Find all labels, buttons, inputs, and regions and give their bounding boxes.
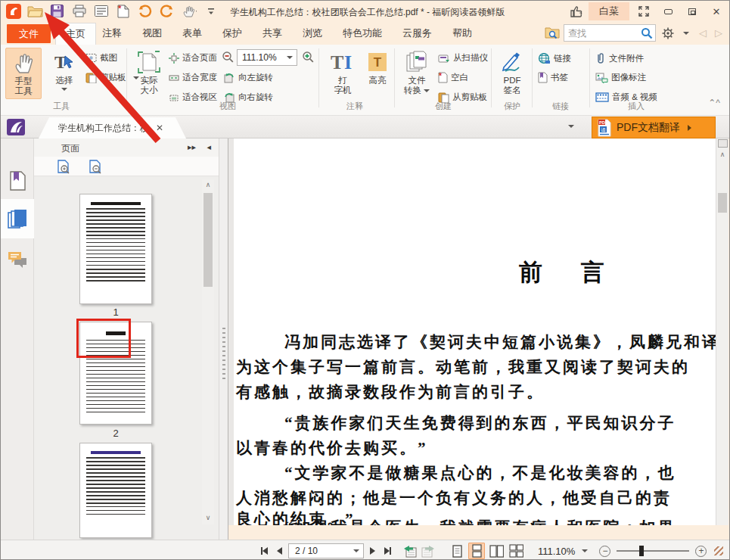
search-magnifier-icon[interactable]	[641, 27, 653, 39]
panel-collapse-icon[interactable]: ◂	[207, 142, 211, 152]
page-thumbnail-3[interactable]	[79, 443, 152, 538]
comments-panel-icon[interactable]	[8, 249, 27, 270]
share-like-icon[interactable]	[568, 4, 584, 20]
file-convert-caret[interactable]	[424, 89, 430, 92]
tab-help[interactable]: 帮助	[452, 26, 472, 40]
panel-expand-icon[interactable]: ▸▸	[188, 142, 196, 152]
thumb-scroll-down-icon[interactable]: ∨	[202, 512, 214, 523]
zoom-level-combo[interactable]: 111.10%	[237, 49, 297, 66]
foxit-logo-icon[interactable]	[5, 3, 21, 19]
split-view-handle[interactable]	[718, 139, 728, 148]
zoom-combo-caret[interactable]	[287, 56, 293, 59]
tab-browse[interactable]: 浏览	[303, 26, 322, 40]
restore-button[interactable]	[682, 3, 702, 20]
new-document-icon[interactable]: *	[115, 3, 131, 19]
tab-protect[interactable]: 保护	[222, 26, 242, 40]
image-annot-button[interactable]: 图像标注	[595, 72, 646, 83]
vertical-scrollbar[interactable]: ∧ ∨	[716, 138, 728, 525]
last-page-button[interactable]	[381, 547, 394, 555]
nav-forward-icon[interactable]: ▷	[713, 27, 725, 39]
hand-mode-icon[interactable]	[181, 3, 197, 19]
page-number-combo[interactable]: 2 / 10	[288, 543, 364, 558]
full-text-search-icon[interactable]	[544, 25, 560, 41]
minimize-button[interactable]	[658, 3, 678, 20]
close-button[interactable]: ✕	[707, 3, 726, 20]
highlight-button[interactable]: T 高亮	[359, 48, 396, 99]
thumb-zoom-in-icon[interactable]	[57, 160, 70, 174]
link-button[interactable]: 链接	[538, 52, 571, 64]
bookmark-button[interactable]: 书签	[538, 72, 568, 83]
search-settings-gear-icon[interactable]	[660, 25, 676, 41]
pages-panel-icon[interactable]	[8, 208, 27, 229]
thumbnail-scrollbar[interactable]: ∧ ∨	[202, 179, 214, 524]
tab-features[interactable]: 特色功能	[343, 26, 382, 40]
pdf-sign-button[interactable]: PDF 签名	[494, 48, 530, 99]
from-scanner-button[interactable]: 从扫描仪	[438, 52, 488, 64]
layout-continuous-icon[interactable]	[468, 543, 485, 559]
page-thumbnail-1[interactable]	[79, 194, 152, 304]
search-input[interactable]	[568, 25, 641, 41]
collapse-ribbon-icon[interactable]: ⌃︎^	[708, 98, 720, 108]
vertical-scroll-thumb[interactable]	[718, 193, 727, 213]
document-tab-close-icon[interactable]: ✕	[156, 123, 163, 133]
tab-form[interactable]: 表单	[182, 26, 202, 40]
select-tool-button[interactable]: T 选择	[46, 48, 82, 99]
redo-icon[interactable]	[159, 3, 175, 19]
assistant-icon[interactable]	[7, 119, 25, 135]
thumb-scroll-thumb[interactable]	[203, 193, 213, 287]
select-dropdown-caret[interactable]	[61, 88, 67, 91]
file-convert-button[interactable]: 文件 转换	[399, 48, 435, 99]
account-name[interactable]: 白菜	[589, 2, 629, 20]
zoom-in-button[interactable]	[302, 51, 315, 64]
file-menu-button[interactable]: 文件	[7, 24, 51, 43]
tab-home[interactable]: 主页	[55, 23, 96, 45]
blank-page-button[interactable]: * 空白	[438, 72, 468, 83]
undo-icon[interactable]	[137, 3, 153, 19]
scroll-up-icon[interactable]: ∧	[716, 149, 728, 160]
bookmarks-panel-icon[interactable]	[8, 170, 27, 191]
document-properties-icon[interactable]	[93, 3, 109, 19]
document-tab[interactable]: 学生机构工作总结：校... ✕	[39, 117, 186, 138]
panel-splitter[interactable]	[219, 138, 228, 540]
nav-back-icon[interactable]: ◁	[697, 27, 709, 39]
rotate-left-button[interactable]: 向左旋转	[223, 72, 273, 83]
print-icon[interactable]	[71, 3, 87, 19]
open-file-icon[interactable]	[27, 3, 43, 19]
first-page-button[interactable]	[258, 547, 271, 555]
tab-share[interactable]: 共享	[262, 26, 282, 40]
splitter-grip[interactable]	[222, 328, 225, 382]
fullscreen-icon[interactable]	[634, 3, 654, 20]
next-page-button[interactable]	[367, 544, 378, 558]
typewriter-button[interactable]: TI 打 字机	[325, 48, 361, 99]
fit-page-button[interactable]: 适合页面	[169, 52, 217, 64]
zoom-slider-handle[interactable]	[639, 546, 644, 556]
gear-dropdown-caret[interactable]	[683, 32, 689, 35]
zoom-in-plus-icon[interactable]: +	[695, 546, 707, 557]
zoom-slider-track[interactable]	[617, 550, 689, 552]
status-zoom-caret[interactable]	[582, 549, 588, 552]
tab-cloud[interactable]: 云服务	[402, 26, 432, 40]
layout-single-page-icon[interactable]	[449, 543, 465, 559]
prev-view-icon[interactable]	[403, 545, 418, 558]
page-combo-caret[interactable]	[353, 549, 359, 552]
hand-tool-button[interactable]: 手型 工具	[5, 48, 42, 99]
tab-view[interactable]: 视图	[142, 26, 162, 40]
fit-width-button[interactable]: 适合宽度	[169, 72, 217, 83]
pdf-translate-button[interactable]: PDF译 PDF文档翻译	[592, 117, 716, 138]
save-icon[interactable]	[49, 3, 65, 19]
snapshot-button[interactable]: 截图	[85, 52, 117, 64]
current-view-rectangle[interactable]	[76, 319, 131, 358]
tab-list-caret[interactable]	[568, 125, 574, 128]
zoom-out-button[interactable]	[222, 51, 235, 64]
prev-page-button[interactable]	[274, 544, 285, 558]
thumb-zoom-out-icon[interactable]	[89, 160, 102, 174]
layout-facing-icon[interactable]	[488, 543, 505, 559]
layout-continuous-facing-icon[interactable]	[508, 543, 524, 559]
zoom-out-minus-icon[interactable]: −	[599, 546, 610, 557]
thumb-scroll-up-icon[interactable]: ∧	[202, 179, 214, 190]
actual-size-button[interactable]: 实际 大小	[131, 48, 167, 99]
next-view-icon[interactable]	[421, 545, 435, 558]
document-view[interactable]: 前 言 冯加同志选译了《契诃夫中短篇小说集》，凤麟兄和译 为这个集子写一篇前言。…	[228, 138, 728, 525]
file-attach-button[interactable]: 文件附件	[595, 52, 644, 64]
tab-comment[interactable]: 注释	[102, 26, 122, 40]
